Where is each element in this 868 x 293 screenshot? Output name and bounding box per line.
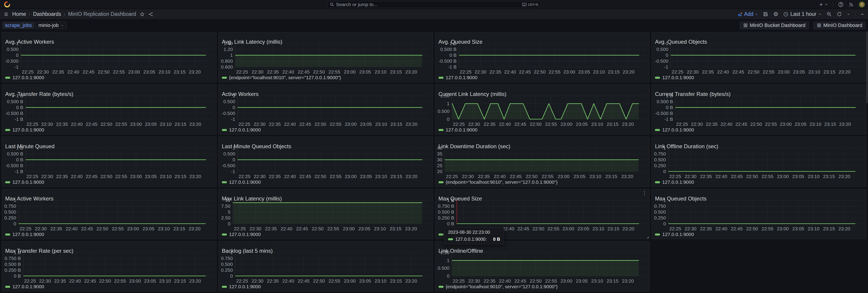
panel-title[interactable]: Backlog (last 5 mins)	[222, 248, 273, 254]
user-avatar[interactable]	[859, 2, 865, 7]
panel-title[interactable]: Max Active Workers	[5, 195, 54, 202]
panel-legend[interactable]: 127.0.0.1:9000	[5, 180, 44, 185]
keyboard-icon	[522, 3, 527, 6]
grafana-logo[interactable]	[4, 1, 10, 7]
star-icon[interactable]	[140, 12, 145, 17]
panel-legend[interactable]: 127.0.0.1:9000	[5, 127, 44, 133]
variable-value-dropdown[interactable]: minio-job	[35, 22, 67, 29]
minio-dashboard-link[interactable]: MinIO Dashboard	[813, 22, 866, 29]
scrollbar[interactable]	[866, 31, 868, 103]
time-range-picker[interactable]: Last 1 hour	[783, 11, 822, 17]
panel-title[interactable]: Max Queued Objects	[655, 195, 706, 202]
panel-legend[interactable]: 127.0.0.1:9000	[655, 180, 694, 185]
panel-legend[interactable]: 127.0.0.1:9000	[655, 232, 694, 237]
panel-legend[interactable]: 127.0.0.1:9000	[655, 75, 694, 80]
zoom-out-icon[interactable]	[827, 11, 832, 17]
svg-text:23:10: 23:10	[591, 278, 603, 284]
panel-title[interactable]: Avg. Transfer Rate (bytes/s)	[5, 91, 73, 97]
svg-text:23:20: 23:20	[621, 174, 633, 179]
collapse-up-icon[interactable]	[860, 12, 864, 16]
panel-title[interactable]: Avg. Link Latency (millis)	[222, 39, 283, 45]
share-icon[interactable]	[148, 12, 153, 17]
svg-text:23:00: 23:00	[563, 69, 575, 74]
panel-title[interactable]: Last Minute Queued	[5, 143, 55, 150]
svg-text:22:35: 22:35	[702, 69, 714, 74]
legend-label[interactable]: 127.0.0.1:9000	[12, 284, 44, 289]
legend-label[interactable]: 127.0.0.1:9000	[662, 127, 694, 133]
panel-title[interactable]: Avg. Queued Size	[438, 39, 483, 45]
panel-title[interactable]: Max Link Latency (millis)	[222, 195, 282, 202]
save-icon[interactable]	[763, 11, 768, 17]
panel-legend[interactable]: 127.0.0.1:9000	[438, 127, 477, 133]
legend-swatch	[655, 129, 660, 131]
legend-label[interactable]: {endpoint="localhost:9010", server="127.…	[229, 75, 341, 80]
help-icon[interactable]	[838, 2, 843, 7]
news-icon[interactable]	[848, 2, 854, 7]
chevron-down-icon[interactable]	[847, 13, 850, 16]
legend-label[interactable]: 127.0.0.1:9000	[229, 232, 261, 237]
panel-title[interactable]: Link Downtime Duration (sec)	[438, 143, 510, 150]
svg-text:0 B: 0 B	[447, 221, 454, 226]
legend-label[interactable]: 127.0.0.1:9000	[229, 284, 261, 289]
panel-title[interactable]: Max Queued Size	[438, 195, 482, 202]
panel-title[interactable]: Avg. Queued Objects	[655, 39, 707, 45]
panel-legend[interactable]: 127.0.0.1:9000	[5, 232, 44, 237]
svg-text:22:25: 22:25	[238, 122, 250, 127]
legend-label[interactable]: 127.0.0.1:9000	[662, 232, 694, 237]
panel-legend[interactable]: 127.0.0.1:9000	[222, 232, 261, 237]
panel-legend[interactable]: 127.0.0.1:9000	[5, 284, 44, 289]
panel-legend[interactable]: 127.0.0.1:9000	[222, 127, 261, 133]
panel-title[interactable]: Current Link Latency (millis)	[438, 91, 506, 97]
panel-legend[interactable]: 127.0.0.1:9000	[655, 127, 694, 133]
svg-text:-0.500: -0.500	[222, 111, 235, 116]
new-button[interactable]	[819, 2, 828, 7]
panel-title[interactable]: Avg. Active Workers	[5, 39, 54, 45]
legend-label[interactable]: 127.0.0.1:9000	[12, 180, 44, 185]
panel-legend[interactable]: {endpoint="localhost:9010", server="127.…	[222, 75, 341, 80]
settings-gear-icon[interactable]: ⚙	[773, 11, 778, 17]
legend-label[interactable]: {endpoint="localhost:9010", server="127.…	[446, 180, 558, 185]
legend-label[interactable]: 127.0.0.1:9000	[12, 127, 44, 133]
panel-menu-icon[interactable]: ⋮	[642, 191, 647, 196]
legend-label[interactable]: 127.0.0.1:9000	[229, 127, 261, 133]
legend-label[interactable]: 127.0.0.1:9000	[446, 75, 477, 80]
svg-text:0.500 B: 0.500 B	[4, 262, 21, 267]
panel-backlog-last-5-mins: Backlog (last 5 mins) 10.7500.5000.25002…	[218, 241, 433, 291]
panel-legend[interactable]: {endpoint="localhost:9010", server="127.…	[438, 284, 558, 289]
panel-legend[interactable]: {endpoint="localhost:9010", server="127.…	[438, 180, 558, 185]
svg-text:23:15: 23:15	[174, 278, 186, 284]
panel-title[interactable]: Current Transfer Rate (bytes/s)	[655, 91, 731, 97]
minio-bucket-dashboard-link[interactable]: MinIO Bucket Dashboard	[740, 22, 809, 29]
panel-legend[interactable]: 127.0.0.1:9000	[438, 75, 477, 80]
legend-label[interactable]: 127.0.0.1:9000	[12, 75, 44, 80]
legend-label[interactable]: {endpoint="localhost:9010", server="127.…	[446, 284, 558, 289]
legend-label[interactable]: 127.0.0.1:9000	[12, 232, 44, 237]
search-input[interactable]: Search or jump to... ctrl+k	[327, 1, 541, 8]
svg-text:23:10: 23:10	[808, 226, 819, 231]
panel-legend[interactable]: 127.0.0.1:9000	[222, 180, 261, 185]
panel-legend[interactable]: 127.0.0.1:9000	[5, 75, 44, 80]
panel-title[interactable]: Max Transfer Rate (per sec)	[5, 248, 73, 254]
svg-text:22:35: 22:35	[700, 174, 712, 179]
breadcrumb-dashboards[interactable]: Dashboards	[33, 11, 61, 17]
svg-text:22:40: 22:40	[715, 174, 727, 179]
svg-text:22:50: 22:50	[748, 69, 759, 74]
legend-label[interactable]: 127.0.0.1:9000	[662, 180, 694, 185]
svg-text:23:00: 23:00	[345, 174, 356, 179]
refresh-icon[interactable]	[837, 11, 842, 17]
panel-title[interactable]: Link Online/Offline	[438, 248, 483, 254]
panel-title[interactable]: Link Offline Duration (sec)	[655, 143, 718, 150]
legend-label[interactable]: 127.0.0.1:9000	[229, 180, 261, 185]
panel-legend[interactable]: 127.0.0.1:9000	[222, 284, 261, 289]
svg-text:23:10: 23:10	[160, 174, 172, 179]
svg-text:22:50: 22:50	[534, 69, 546, 74]
svg-text:0.500: 0.500	[656, 46, 668, 52]
add-panel-button[interactable]: Add	[738, 11, 758, 17]
legend-label[interactable]: 127.0.0.1:9000	[662, 75, 694, 80]
legend-label[interactable]: 127.0.0.1:9000	[446, 127, 477, 133]
panel-title[interactable]: Last Minute Queued Objects	[222, 143, 291, 150]
breadcrumb-home[interactable]: Home	[12, 11, 26, 17]
menu-icon[interactable]	[4, 12, 9, 17]
panel-title[interactable]: Active Workers	[222, 91, 258, 97]
panel-resize-handle[interactable]	[646, 236, 649, 238]
